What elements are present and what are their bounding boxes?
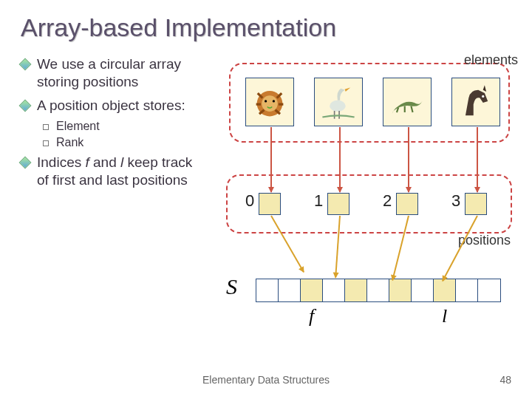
position-index: 3 [451, 191, 460, 211]
diagram-area: elements positions 0 1 2 3 S [213, 55, 511, 366]
position-index: 2 [383, 191, 392, 211]
position-object [465, 193, 487, 215]
svg-point-3 [273, 100, 275, 102]
array-cell [323, 279, 345, 301]
svg-point-2 [265, 100, 267, 102]
page-number: 48 [499, 374, 511, 386]
array-cell [456, 279, 478, 301]
array-cell [412, 279, 434, 301]
l-pointer-label: l [442, 305, 447, 327]
lion-icon [245, 78, 294, 126]
arrow-icon [339, 127, 341, 192]
position-object [259, 193, 281, 215]
square-bullet-icon [43, 124, 49, 130]
lizard-icon [383, 78, 432, 126]
elements-label: elements [464, 52, 518, 68]
horse-icon [451, 78, 500, 126]
diamond-bullet-icon [19, 99, 32, 112]
diamond-bullet-icon [19, 157, 32, 169]
position-index: 0 [245, 191, 254, 211]
footer-text: Elementary Data Structures [0, 374, 532, 386]
bullet-text: We use a circular array storing position… [37, 55, 204, 91]
svg-point-5 [482, 95, 484, 98]
bullet-list: We use a circular array storing position… [21, 55, 213, 366]
position-index: 1 [314, 191, 323, 211]
crane-icon [314, 78, 363, 126]
sub-bullet-text: Element [56, 120, 100, 133]
bullet-text: Indices f and l keep track of first and … [37, 154, 204, 189]
bullet-text: A position object stores: [37, 97, 185, 115]
slide-title: Array-based Implementation [21, 13, 511, 42]
svg-point-4 [330, 100, 346, 112]
svg-point-1 [262, 95, 278, 112]
f-pointer-label: f [309, 305, 314, 327]
array-cell [256, 279, 279, 301]
array-cell [279, 279, 301, 301]
sub-bullet-text: Rank [56, 136, 83, 149]
position-object [396, 193, 418, 215]
position-object [327, 193, 349, 215]
array-cell [367, 279, 389, 301]
arrow-icon [270, 127, 272, 192]
diamond-bullet-icon [19, 58, 32, 71]
array-cell [478, 279, 500, 301]
array-s [256, 279, 501, 302]
array-label: S [226, 274, 237, 299]
array-cell [345, 279, 367, 301]
array-cell [301, 279, 323, 301]
array-cell [389, 279, 412, 301]
arrow-icon [477, 127, 478, 192]
arrow-icon [408, 127, 409, 192]
square-bullet-icon [43, 140, 49, 146]
